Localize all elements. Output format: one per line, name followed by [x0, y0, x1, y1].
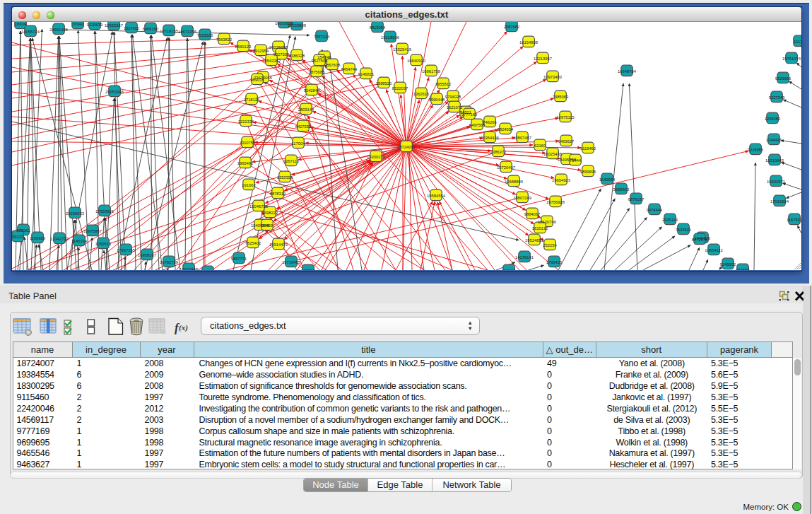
svg-text:9657771: 9657771 [231, 257, 247, 261]
svg-text:9474444: 9474444 [647, 208, 663, 212]
svg-text:9227349: 9227349 [769, 95, 785, 100]
svg-text:8454749: 8454749 [341, 67, 358, 71]
svg-text:18724007: 18724007 [397, 145, 416, 149]
svg-text:10653267: 10653267 [105, 23, 123, 28]
svg-text:7955812: 7955812 [435, 82, 452, 86]
svg-text:9527505: 9527505 [273, 52, 290, 57]
svg-text:16648784: 16648784 [618, 69, 637, 74]
svg-text:117004: 117004 [292, 141, 306, 146]
svg-text:2087682: 2087682 [504, 25, 520, 29]
svg-text:16342: 16342 [72, 22, 83, 26]
svg-text:11170: 11170 [794, 40, 801, 44]
svg-text:17359926: 17359926 [95, 209, 114, 214]
svg-text:1588520: 1588520 [376, 81, 392, 86]
svg-text:3267110: 3267110 [283, 159, 299, 163]
svg-text:15751074: 15751074 [782, 57, 801, 61]
svg-text:8186328: 8186328 [289, 54, 305, 58]
svg-text:3215955: 3215955 [748, 148, 764, 152]
svg-text:9245652: 9245652 [720, 262, 736, 267]
svg-text:945214: 945214 [201, 270, 215, 271]
svg-text:8427552: 8427552 [295, 124, 312, 129]
svg-text:1733426: 1733426 [546, 260, 563, 264]
svg-text:989015: 989015 [250, 78, 264, 82]
svg-text:19524851: 19524851 [525, 238, 543, 243]
svg-text:1621072: 1621072 [447, 105, 463, 110]
svg-text:39133: 39133 [12, 235, 23, 239]
svg-text:15720407: 15720407 [497, 165, 515, 170]
svg-text:16543362: 16543362 [262, 59, 281, 63]
svg-text:9120639: 9120639 [87, 23, 103, 27]
svg-text:7563822: 7563822 [216, 37, 233, 42]
svg-text:1250513: 1250513 [95, 242, 112, 246]
svg-text:10914479: 10914479 [269, 243, 288, 247]
svg-text:20364436: 20364436 [481, 136, 499, 140]
svg-text:9115460: 9115460 [580, 146, 596, 151]
svg-text:2718126: 2718126 [244, 98, 260, 102]
svg-text:7386372: 7386372 [490, 150, 507, 154]
svg-text:5958923: 5958923 [613, 187, 630, 192]
svg-text:7357224: 7357224 [314, 35, 330, 39]
svg-text:1156829: 1156829 [30, 236, 45, 240]
svg-text:835061: 835061 [16, 228, 30, 233]
svg-text:16640910: 16640910 [407, 59, 425, 63]
svg-text:1221336: 1221336 [238, 119, 254, 124]
svg-text:3498222: 3498222 [262, 211, 278, 215]
svg-text:10719155: 10719155 [160, 29, 178, 33]
svg-text:16961758: 16961758 [422, 69, 440, 74]
svg-text:125223: 125223 [301, 269, 314, 271]
svg-text:(x): (x) [179, 323, 188, 332]
svg-text:7632621: 7632621 [676, 228, 692, 232]
svg-text:1362615: 1362615 [413, 92, 430, 96]
svg-text:1353359: 1353359 [277, 175, 293, 180]
svg-text:944565: 944565 [736, 268, 749, 271]
svg-text:252254: 252254 [543, 243, 557, 247]
svg-text:75444: 75444 [570, 158, 582, 163]
svg-text:1145194: 1145194 [71, 239, 88, 243]
svg-text:2935114: 2935114 [662, 218, 678, 222]
svg-text:15692971: 15692971 [767, 180, 785, 184]
svg-text:10975867: 10975867 [83, 229, 102, 233]
svg-text:18807249: 18807249 [513, 196, 531, 200]
svg-text:15716485: 15716485 [282, 260, 300, 264]
svg-text:29053346: 29053346 [105, 90, 124, 94]
svg-text:9794028: 9794028 [445, 95, 461, 99]
svg-text:9146821: 9146821 [358, 72, 375, 76]
svg-text:12975115: 12975115 [556, 115, 574, 119]
svg-text:1527602: 1527602 [124, 26, 140, 30]
svg-text:17957255: 17957255 [117, 248, 135, 252]
svg-text:1167533: 1167533 [787, 218, 801, 222]
svg-text:12213967: 12213967 [534, 57, 552, 61]
svg-text:2803144: 2803144 [298, 107, 314, 112]
svg-text:14139141: 14139141 [515, 255, 534, 259]
svg-text:191663: 191663 [242, 183, 255, 187]
svg-text:1615132: 1615132 [532, 226, 548, 230]
svg-text:1209383: 1209383 [765, 117, 781, 121]
svg-text:8990448: 8990448 [429, 98, 445, 102]
svg-text:16671355: 16671355 [178, 30, 196, 34]
svg-text:10120746: 10120746 [538, 220, 556, 224]
svg-text:9329966: 9329966 [775, 76, 792, 81]
svg-text:62160: 62160 [534, 144, 546, 148]
svg-text:19300215: 19300215 [367, 155, 385, 159]
svg-text:9242848: 9242848 [304, 88, 320, 93]
svg-text:6879197: 6879197 [628, 197, 645, 201]
svg-text:6466160: 6466160 [143, 27, 159, 31]
svg-text:7625402: 7625402 [245, 241, 261, 245]
svg-text:9899695: 9899695 [580, 170, 596, 174]
svg-text:19756928: 19756928 [546, 200, 565, 204]
svg-text:151161: 151161 [502, 269, 516, 271]
svg-text:19654923: 19654923 [552, 178, 570, 182]
svg-text:10973493: 10973493 [543, 75, 562, 79]
svg-text:17016504: 17016504 [770, 199, 789, 204]
svg-text:3824554: 3824554 [498, 127, 514, 132]
svg-text:1244415: 1244415 [766, 138, 782, 142]
svg-text:12342737: 12342737 [50, 237, 69, 241]
svg-text:10654112: 10654112 [705, 248, 722, 252]
svg-text:8322037: 8322037 [392, 86, 408, 90]
svg-text:16210643: 16210643 [765, 158, 784, 163]
svg-text:20691406: 20691406 [49, 28, 68, 32]
svg-text:8912954: 8912954 [253, 49, 269, 53]
svg-text:8878312: 8878312 [270, 192, 286, 196]
svg-text:7515526: 7515526 [197, 33, 213, 37]
svg-text:3875685: 3875685 [309, 70, 325, 74]
